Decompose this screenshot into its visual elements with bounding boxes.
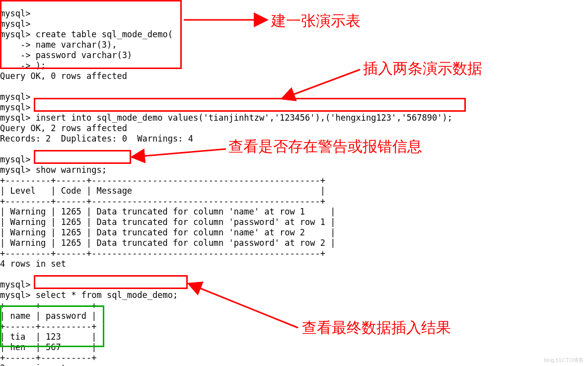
arrow-select-result	[0, 0, 588, 366]
svg-line-3	[190, 284, 298, 328]
watermark: blog.51CTO博客	[544, 357, 584, 364]
